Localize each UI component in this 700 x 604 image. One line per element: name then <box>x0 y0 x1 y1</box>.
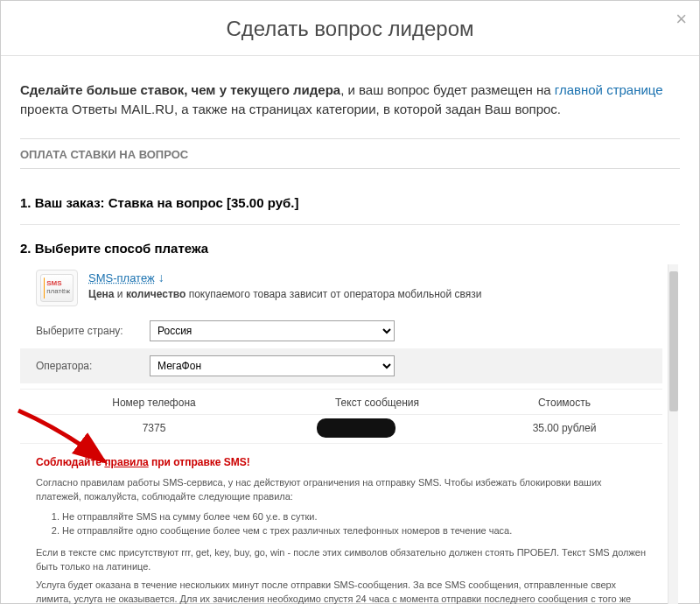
fine-li1: Не отправляйте SMS на сумму более чем 60… <box>62 509 647 524</box>
fine-p3: Услуга будет оказана в течение нескольки… <box>36 578 647 605</box>
lead-bold: Сделайте больше ставок, чем у текущего л… <box>20 82 340 97</box>
modal: × Сделать вопрос лидером Сделайте больше… <box>0 0 700 604</box>
step1-title: 1. Ваш заказ: Ставка на вопрос [35.00 ру… <box>20 188 680 219</box>
modal-content: Сделайте больше ставок, чем у текущего л… <box>1 56 699 178</box>
operator-label: Оператора: <box>36 360 150 372</box>
td-cost: 35.00 рублей <box>482 422 647 434</box>
operator-select[interactable]: МегаФон <box>150 355 395 376</box>
scrollbar-thumb[interactable] <box>669 271 678 411</box>
fine-li2: Не отправляйте одно сообщение более чем … <box>62 523 647 538</box>
th-msg: Текст сообщения <box>272 397 482 409</box>
payment-scroll-area: SMS платёж SMS-платеж↓ Цена и количество… <box>20 264 680 605</box>
lead-rest2: проекта Ответы MAIL.RU, а также на стран… <box>20 102 561 116</box>
order-block: 1. Ваш заказ: Ставка на вопрос [35.00 ру… <box>1 178 699 605</box>
sms-badge-icon: SMS платёж <box>36 270 78 306</box>
section-bar: ОПЛАТА СТАВКИ НА ВОПРОС <box>20 138 680 169</box>
th-cost: Стоимость <box>482 397 647 409</box>
arrow-down-icon: ↓ <box>155 270 164 284</box>
scrollbar[interactable] <box>668 264 678 605</box>
country-row: Выберите страну: Россия <box>20 313 662 348</box>
modal-title: Сделать вопрос лидером <box>1 1 699 56</box>
divider <box>20 224 680 225</box>
operator-row: Оператора: МегаФон <box>20 348 662 383</box>
sms-text-col: SMS-платеж↓ Цена и количество покупаемог… <box>88 270 481 300</box>
lead-rest1: , и ваш вопрос будет размещен на <box>340 82 555 97</box>
fine-print: Согласно правилам работы SMS-сервиса, у … <box>20 475 662 605</box>
link-main-page[interactable]: главной странице <box>555 82 663 97</box>
table-row: 7375 35.00 рублей <box>20 414 662 444</box>
td-phone: 7375 <box>36 422 272 434</box>
fine-p1: Согласно правилам работы SMS-сервиса, у … <box>36 475 647 504</box>
td-msg <box>272 422 482 434</box>
country-label: Выберите страну: <box>36 325 150 337</box>
th-phone: Номер телефона <box>36 397 272 409</box>
sms-payment-link[interactable]: SMS-платеж <box>88 271 155 284</box>
redaction-scribble <box>317 418 396 438</box>
sms-method-row: SMS платёж SMS-платеж↓ Цена и количество… <box>20 264 662 313</box>
lead-text: Сделайте больше ставок, чем у текущего л… <box>20 81 680 119</box>
fine-p2: Если в тексте смс присутствуют rrr, get,… <box>36 545 647 574</box>
table-header: Номер телефона Текст сообщения Стоимость <box>20 389 662 414</box>
sms-description: Цена и количество покупаемого товара зав… <box>88 288 481 300</box>
sms-warning: Соблюдайте правила при отправке SMS! <box>20 444 662 475</box>
close-icon[interactable]: × <box>676 8 687 31</box>
rules-link[interactable]: правила <box>104 456 148 468</box>
country-select[interactable]: Россия <box>150 320 395 341</box>
step2-title: 2. Выберите способ платежа <box>20 234 680 264</box>
